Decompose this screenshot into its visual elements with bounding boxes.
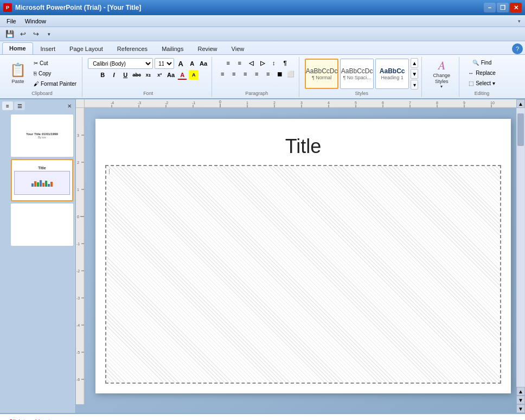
titlebar: P Microsoft PowerPoint (Trial) - [Your T… [0, 0, 525, 15]
svg-text:0: 0 [77, 215, 79, 219]
italic-button[interactable]: I [109, 70, 119, 80]
restore-button[interactable]: ❐ [497, 3, 509, 12]
scroll-thumb[interactable] [517, 113, 524, 146]
quick-access-toolbar: 💾 ↩ ↪ ▾ [0, 27, 525, 41]
svg-text:4: 4 [328, 101, 330, 105]
align-center-button[interactable]: ≡ [229, 69, 239, 79]
tab-insert[interactable]: Insert [34, 43, 62, 54]
ribbon-content: 📋 Paste ✂Cut ⎘Copy 🖌Format Painter Clipb… [0, 54, 525, 98]
slide-panel-header: ≡ ☰ ✕ [2, 101, 73, 110]
bold-button[interactable]: B [98, 70, 107, 80]
ribbon-tabs: Home Insert Page Layout References Maili… [0, 41, 525, 54]
editing-label: Editing [475, 90, 490, 96]
normal-style-button[interactable]: AaBbCcDc ¶ Normal [305, 59, 338, 89]
clipboard-group-content: 📋 Paste ✂Cut ⎘Copy 🖌Format Painter [5, 58, 79, 90]
heading1-style-button[interactable]: AaBbCc Heading 1 [375, 59, 409, 89]
superscript-button[interactable]: x² [155, 70, 164, 80]
svg-text:1: 1 [246, 101, 248, 105]
svg-text:-1: -1 [76, 242, 80, 246]
styles-group: AaBbCcDc ¶ Normal AaBbCcDc ¶ No Spaci...… [302, 57, 422, 97]
redo-button[interactable]: ↪ [30, 29, 41, 40]
menu-window[interactable]: Window [21, 17, 50, 26]
increase-indent-button[interactable]: ▷ [258, 58, 267, 68]
strikethrough-button[interactable]: abc [132, 70, 142, 80]
paragraph-label: Paragraph [245, 90, 268, 96]
help-button[interactable]: ? [512, 43, 523, 54]
tab-view[interactable]: View [225, 43, 251, 54]
slide-content-box[interactable]: | [105, 165, 501, 384]
underline-button[interactable]: U [120, 70, 130, 80]
no-spacing-style-button[interactable]: AaBbCcDc ¶ No Spaci... [340, 59, 374, 89]
slide-title-text: Title [285, 135, 322, 158]
format-painter-button[interactable]: 🖌Format Painter [31, 79, 79, 88]
customize-quick-access-button[interactable]: ▾ [43, 29, 54, 40]
paste-button[interactable]: 📋 Paste [5, 58, 30, 88]
show-hide-button[interactable]: ¶ [280, 58, 290, 68]
tab-mailings[interactable]: Mailings [155, 43, 190, 54]
ruler-corner [76, 99, 85, 108]
tab-page-layout[interactable]: Page Layout [63, 43, 110, 54]
slides-tab[interactable]: ≡ [2, 101, 13, 110]
paragraph-group: ≡ ≡ ◁ ▷ ↕ ¶ ≡ ≡ ≡ ≡ ≡ ◼ ⬜ Paragraph [214, 57, 299, 97]
decrease-indent-button[interactable]: ◁ [246, 58, 256, 68]
font-color-button[interactable]: A [177, 70, 187, 80]
scroll-down-arrow[interactable]: ▼ [516, 404, 525, 413]
tab-review[interactable]: Review [191, 43, 223, 54]
shrink-font-button[interactable]: A [187, 59, 197, 68]
menu-file[interactable]: File [2, 17, 21, 26]
paragraph-group-content: ≡ ≡ ◁ ▷ ↕ ¶ ≡ ≡ ≡ ≡ ≡ ◼ ⬜ [217, 58, 296, 90]
svg-text:8: 8 [436, 101, 438, 105]
slide-3-thumbnail[interactable] [11, 203, 73, 246]
save-button[interactable]: 💾 [4, 29, 15, 40]
close-button[interactable]: ✕ [510, 3, 522, 12]
font-size-select[interactable]: 11 [155, 58, 174, 69]
copy-button[interactable]: ⎘Copy [31, 68, 79, 78]
scroll-up-button[interactable]: ▲ [411, 58, 418, 68]
tab-references[interactable]: References [111, 43, 154, 54]
scroll-down-button[interactable]: ▼ [411, 69, 418, 79]
slide-2-wrapper: 2 Title [2, 159, 73, 201]
slide-2-thumbnail[interactable]: Title [11, 159, 73, 201]
shading-button[interactable]: ◼ [274, 69, 284, 79]
outline-tab[interactable]: ☰ [14, 101, 25, 110]
vertical-scrollbar[interactable]: ▲ ▲ ▼ ▼ [516, 99, 525, 413]
highlight-color-button[interactable]: A [189, 70, 199, 80]
svg-text:2: 2 [77, 161, 79, 164]
notes-area[interactable]: Click to add notes [0, 413, 525, 420]
panel-close-button[interactable]: ✕ [66, 102, 73, 110]
change-styles-button[interactable]: 𝐴 ChangeStyles ▾ [427, 59, 456, 89]
slide-1-wrapper: 1 Your Title 01/01/1999 By xxx [2, 114, 73, 157]
undo-button[interactable]: ↩ [17, 29, 28, 40]
slide-1-thumbnail[interactable]: Your Title 01/01/1999 By xxx [11, 114, 73, 157]
select-button[interactable]: ⬚Select ▾ [465, 79, 498, 88]
svg-text:-2: -2 [76, 269, 80, 273]
align-left-button[interactable]: ≡ [217, 69, 227, 79]
change-case-button[interactable]: Aa [166, 70, 176, 80]
minimize-button[interactable]: − [484, 3, 496, 12]
cut-button[interactable]: ✂Cut [31, 58, 79, 68]
grow-font-button[interactable]: A [176, 59, 185, 68]
font-name-select[interactable]: Calibri (Body) [88, 58, 153, 69]
svg-text:-4: -4 [111, 101, 114, 105]
justify-button[interactable]: ≡ [252, 69, 261, 79]
scroll-track[interactable] [517, 108, 524, 387]
replace-button[interactable]: ↔Replace [465, 68, 499, 78]
subscript-button[interactable]: x₂ [143, 70, 153, 80]
expand-styles-button[interactable]: ▾ [411, 80, 418, 90]
slide-canvas: Title | [95, 119, 511, 393]
next-slide-button[interactable]: ▼ [516, 396, 525, 404]
styles-label: Styles [355, 90, 368, 96]
sort-button[interactable]: ↕ [269, 58, 279, 68]
svg-text:2: 2 [273, 101, 276, 105]
borders-button[interactable]: ⬜ [286, 69, 296, 79]
clear-format-button[interactable]: Aa [199, 59, 208, 68]
line-spacing-button[interactable]: ≡ [263, 69, 273, 79]
svg-text:10: 10 [490, 101, 495, 105]
find-button[interactable]: 🔍Find [469, 58, 495, 67]
tab-home[interactable]: Home [2, 42, 33, 54]
scroll-up-arrow[interactable]: ▲ [516, 99, 525, 108]
align-right-button[interactable]: ≡ [240, 69, 250, 79]
prev-slide-button[interactable]: ▲ [516, 387, 525, 396]
bullets-button[interactable]: ≡ [223, 58, 233, 68]
numbering-button[interactable]: ≡ [235, 58, 245, 68]
